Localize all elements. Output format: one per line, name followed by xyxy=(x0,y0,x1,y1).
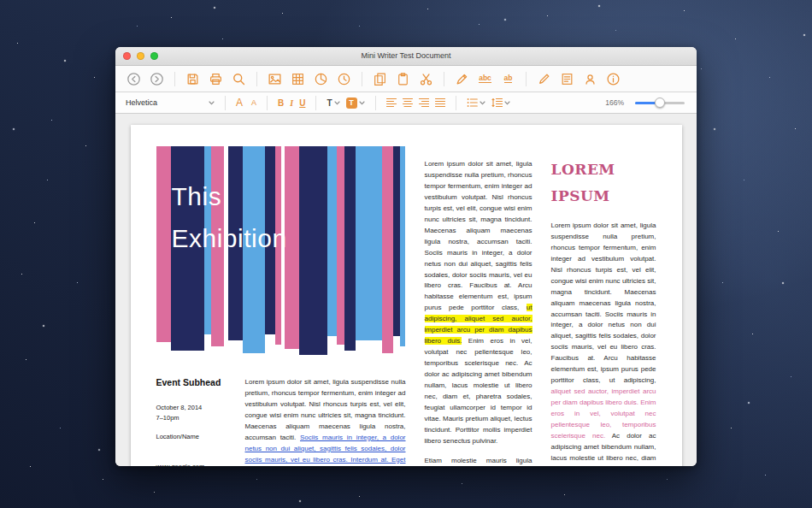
poster-title[interactable]: This Exhibition xyxy=(172,175,287,259)
poster-image[interactable]: This Exhibition xyxy=(156,146,406,355)
underline-button[interactable]: U xyxy=(299,98,305,108)
title-bar[interactable]: Mini Writer Test Document xyxy=(115,47,697,66)
search-button[interactable] xyxy=(229,68,249,89)
clock-icon xyxy=(337,72,351,86)
italic-button[interactable]: I xyxy=(290,98,293,108)
align-left-button[interactable] xyxy=(386,97,397,108)
event-location[interactable]: Location/Name xyxy=(156,432,232,442)
print-button[interactable] xyxy=(206,68,226,89)
pie-chart-icon xyxy=(314,72,328,86)
toolbar-separator xyxy=(256,72,257,86)
clock-button[interactable] xyxy=(334,68,354,89)
chevron-down-icon xyxy=(480,101,485,105)
heading-line1: LOREM xyxy=(551,157,656,183)
intro-paragraph[interactable]: Lorem ipsum dolor sit amet, ligula suspe… xyxy=(245,377,406,466)
align-right-icon xyxy=(419,97,429,108)
clipboard-icon xyxy=(396,72,410,86)
event-subhead[interactable]: Event Subhead xyxy=(156,377,232,387)
line-spacing-button[interactable] xyxy=(491,97,510,108)
back-icon xyxy=(127,72,141,86)
bold-button[interactable]: B xyxy=(278,98,284,108)
app-window: Mini Writer Test Document xyxy=(115,47,697,466)
list-style-button[interactable] xyxy=(467,97,485,108)
info-icon xyxy=(606,72,621,86)
text-color-button[interactable]: T xyxy=(327,98,339,108)
body-paragraph[interactable]: Lorem ipsum dolor sit amet, ligula suspe… xyxy=(425,159,533,447)
print-icon xyxy=(209,72,223,86)
event-link[interactable]: www.google.com xyxy=(156,463,205,466)
align-center-icon xyxy=(403,97,413,108)
column-middle: Lorem ipsum dolor sit amet, ligula suspe… xyxy=(425,146,533,466)
info-button[interactable] xyxy=(603,68,623,89)
document-area[interactable]: This Exhibition Event Subhead October 8,… xyxy=(115,114,697,466)
event-date[interactable]: October 8, 2014 xyxy=(156,403,232,413)
back-button[interactable] xyxy=(124,68,144,89)
zoom-slider-knob[interactable] xyxy=(655,97,665,108)
poster-title-line1: This xyxy=(172,175,287,217)
heading-line2: IPSUM xyxy=(551,183,656,210)
document-page[interactable]: This Exhibition Event Subhead October 8,… xyxy=(131,125,682,466)
paste-button[interactable] xyxy=(393,68,413,89)
spellcheck-button[interactable]: abc xyxy=(475,68,495,89)
font-family-value: Helvetica xyxy=(126,98,157,107)
toolbar: abc ab xyxy=(115,66,697,92)
substitutions-button[interactable]: ab xyxy=(498,68,518,89)
notes-icon xyxy=(560,72,574,86)
save-icon xyxy=(185,72,200,86)
formatbar-separator xyxy=(315,96,316,110)
highlighter-button[interactable] xyxy=(452,68,472,89)
save-button[interactable] xyxy=(183,68,203,89)
align-center-button[interactable] xyxy=(403,97,413,108)
column-right: LOREM IPSUM Lorem ipsum dolor sit amet, … xyxy=(551,146,656,466)
line-spacing-icon xyxy=(491,97,503,108)
window-title: Mini Writer Test Document xyxy=(115,47,697,65)
align-justify-icon xyxy=(435,97,445,108)
formatbar-separator xyxy=(375,96,376,110)
search-icon xyxy=(232,72,246,86)
copy-button[interactable] xyxy=(370,68,390,89)
event-time[interactable]: 7–10pm xyxy=(156,413,232,423)
format-bar: Helvetica A A B I U T T xyxy=(115,92,697,114)
highlight-swatch: T xyxy=(346,97,357,109)
table-icon xyxy=(291,72,305,86)
chevron-down-icon xyxy=(334,101,340,105)
zoom-slider[interactable] xyxy=(635,102,685,104)
highlight-color-button[interactable]: T xyxy=(346,97,365,109)
stars-large xyxy=(0,0,2,2)
event-info-block[interactable]: Event Subhead October 8, 2014 7–10pm Loc… xyxy=(156,377,232,466)
desktop-background: Mini Writer Test Document xyxy=(0,0,812,508)
substitutions-ab-icon: ab xyxy=(504,74,513,83)
scissors-icon xyxy=(419,72,433,86)
body-paragraph[interactable]: Etiam molestie mauris ligula laoreet, ve… xyxy=(425,456,533,466)
forward-button[interactable] xyxy=(147,68,167,89)
zoom-value: 166% xyxy=(605,98,624,107)
body-paragraph[interactable]: Lorem ipsum dolor sit amet, ligula suspe… xyxy=(551,221,656,466)
formatbar-separator xyxy=(456,96,456,110)
highlighter-icon xyxy=(455,72,469,86)
column-left: This Exhibition Event Subhead October 8,… xyxy=(156,146,406,466)
chevron-down-icon xyxy=(359,101,365,105)
contacts-button[interactable] xyxy=(580,68,600,89)
toolbar-separator xyxy=(362,72,362,86)
cut-button[interactable] xyxy=(416,68,436,89)
insert-image-button[interactable] xyxy=(265,68,285,89)
font-size-up-button[interactable]: A xyxy=(236,97,243,109)
chevron-down-icon xyxy=(209,101,215,105)
align-left-icon xyxy=(386,97,397,108)
notes-button[interactable] xyxy=(557,68,577,89)
insert-table-button[interactable] xyxy=(288,68,308,89)
font-size-down-button[interactable]: A xyxy=(249,98,256,107)
formatbar-separator xyxy=(267,96,268,110)
align-justify-button[interactable] xyxy=(435,97,445,108)
lorem-ipsum-heading[interactable]: LOREM IPSUM xyxy=(551,157,656,210)
contacts-icon xyxy=(583,72,597,86)
toolbar-separator xyxy=(444,72,444,86)
insert-chart-button[interactable] xyxy=(311,68,331,89)
forward-icon xyxy=(150,72,164,86)
align-right-button[interactable] xyxy=(419,97,429,108)
image-icon xyxy=(268,72,282,86)
poster-title-line2: Exhibition xyxy=(172,217,287,259)
font-family-select[interactable]: Helvetica xyxy=(126,98,215,107)
bullet-list-icon xyxy=(467,97,478,108)
annotate-button[interactable] xyxy=(534,68,554,89)
